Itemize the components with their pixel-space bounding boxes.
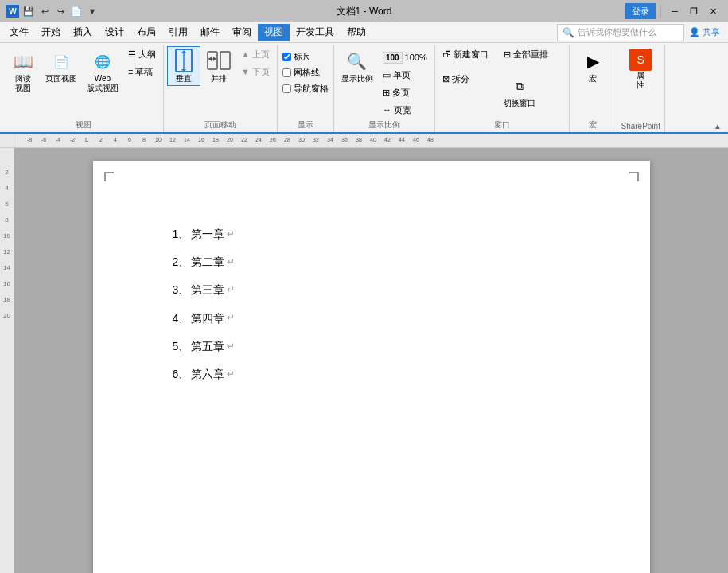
para-mark-5: ↵ [227,338,235,356]
doc-line-3[interactable]: 3、 第三章 ↵ [173,280,570,300]
pagewidth-button[interactable]: ↔ 页宽 [379,102,431,118]
content-area: 2 4 6 8 10 12 14 16 18 20 -8 -6 -4 -2 L … [0,134,728,573]
customize-button[interactable]: ▼ [86,5,99,18]
nextpage-button[interactable]: ▼ 下页 [237,64,274,80]
ribbon: 📖 阅读视图 📄 页面视图 🌐 Web版式视图 ☰ 大纲 [0,43,728,134]
sharepoint-button[interactable]: S 属性 [625,46,656,92]
ruler-num: -8 [22,134,37,147]
restore-button[interactable]: ❐ [685,4,703,18]
svg-marker-8 [208,57,212,61]
nav-check-input[interactable] [282,84,291,93]
ruler-top-marks: -8 -6 -4 -2 L 2 4 6 8 10 12 14 16 18 20 … [16,134,438,147]
undo-button[interactable]: ↩ [38,5,51,18]
para-mark-2: ↵ [227,254,235,271]
vertical-icon [171,49,197,74]
menu-mailings[interactable]: 邮件 [194,24,226,41]
ruler-num: 18 [208,134,223,147]
doc-line-5[interactable]: 5、 第五章 ↵ [173,337,570,357]
ruler-num: 16 [194,134,208,147]
sidebyside-button[interactable]: 并排 [202,46,236,86]
menu-help[interactable]: 帮助 [341,24,372,41]
login-button[interactable]: 登录 [625,3,656,19]
doc-line-4[interactable]: 4、 第四章 ↵ [173,309,570,329]
zoom100-icon: 100 [383,52,403,64]
outline-button[interactable]: ☰ 大纲 [124,46,160,62]
prevpage-button[interactable]: ▲ 上页 [237,46,274,62]
multipage-button[interactable]: ⊞ 多页 [379,84,431,100]
close-button[interactable]: ✕ [704,4,722,18]
ribbon-group-macro: ▶ 宏 宏 [570,45,617,132]
window-group-label: 窗口 [438,119,566,131]
document-page[interactable]: 1、 第一章 ↵ 2、 第二章 ↵ 3、 第三章 ↵ [93,161,650,573]
ruler-num: 12 [165,134,180,147]
macro-button[interactable]: ▶ 宏 [576,46,609,86]
new-doc-button[interactable]: 📄 [70,5,83,18]
title-bar: W 💾 ↩ ↩ 📄 ▼ 文档1 - Word 登录 ─ ❐ ✕ [0,0,728,22]
ruler-checkbox[interactable]: 标尺 [281,49,330,64]
doc-line-6[interactable]: 6、 第六章 ↵ [173,364,570,384]
menu-view[interactable]: 视图 [258,24,290,41]
ruler-num: -4 [51,134,65,147]
menu-design[interactable]: 设计 [99,24,130,41]
ruler-num: 44 [395,134,409,147]
nav-checkbox[interactable]: 导航窗格 [281,81,330,96]
ruler-num: 2 [94,134,108,147]
web-view-button[interactable]: 🌐 Web版式视图 [83,46,123,96]
share-label: 共享 [703,26,720,38]
ruler-num: 48 [423,134,438,147]
onepage-button[interactable]: ▭ 单页 [379,67,431,83]
corner-mark-tl [104,172,114,181]
menu-layout[interactable]: 布局 [130,24,162,41]
menu-file[interactable]: 文件 [3,24,35,41]
read-view-button[interactable]: 📖 阅读视图 [6,46,40,96]
search-box[interactable]: 🔍 告诉我你想要做什么 [557,24,684,41]
ribbon-group-zoom: 🔍 显示比例 100 100% ▭ 单页 ⊞ 多页 [334,45,435,132]
ruler-left-mark: 20 [0,307,14,323]
redo-button[interactable]: ↩ [54,5,67,18]
title-controls: 登录 ─ ❐ ✕ [625,3,722,19]
nav-label: 导航窗格 [294,83,329,95]
zoom100-button[interactable]: 100 100% [379,49,431,65]
share-button[interactable]: 👤 共享 [684,25,725,40]
menu-references[interactable]: 引用 [162,24,194,41]
macro-group-label: 宏 [573,119,613,131]
minimize-button[interactable]: ─ [666,4,683,18]
vertical-button[interactable]: 垂直 [167,46,200,86]
menu-developer[interactable]: 开发工具 [290,24,341,41]
switchwindow-button[interactable]: ⧉ 切换窗口 [500,71,539,111]
macro-icon: ▶ [580,49,605,74]
ruler-check-input[interactable] [282,53,291,61]
menu-insert[interactable]: 插入 [67,24,99,41]
macro-label: 宏 [589,74,597,84]
draft-button[interactable]: ≡ 草稿 [124,64,160,80]
save-button[interactable]: 💾 [22,5,35,18]
vertical-label: 垂直 [176,74,192,84]
doc-line-1[interactable]: 1、 第一章 ↵ [173,224,570,244]
ruler-num: 14 [180,134,194,147]
ruler-num: L [80,134,94,147]
ruler-num: 22 [237,134,251,147]
ruler-num: 32 [309,134,323,147]
ruler-label: 标尺 [294,51,311,63]
pagewidth-label: 页宽 [394,104,411,116]
grid-checkbox[interactable]: 网格线 [281,65,330,80]
grid-check-input[interactable] [282,68,291,77]
zoom-button[interactable]: 🔍 显示比例 [337,46,377,86]
split-button[interactable]: ⊠ 拆分 [438,71,498,87]
read-label: 阅读视图 [15,74,31,93]
doc-line-2[interactable]: 2、 第二章 ↵ [173,252,570,272]
menu-review[interactable]: 审阅 [226,24,258,41]
ruler-left-mark: 18 [0,291,14,307]
ribbon-collapse[interactable]: ▲ [714,122,722,131]
arrange-button[interactable]: ⊟ 全部重排 [500,46,559,62]
page-scroll[interactable]: 1、 第一章 ↵ 2、 第二章 ↵ 3、 第三章 ↵ [14,148,728,573]
ruler-num: -2 [65,134,80,147]
ruler-left-mark: 12 [0,244,14,259]
newwindow-button[interactable]: 🗗 新建窗口 [438,46,498,62]
menu-home[interactable]: 开始 [35,24,67,41]
document-content[interactable]: 1、 第一章 ↵ 2、 第二章 ↵ 3、 第三章 ↵ [173,224,570,384]
sharepoint-group-label: SharePoint [621,122,661,131]
print-view-button[interactable]: 📄 页面视图 [41,46,81,86]
line-text-3: 第三章 [191,280,224,300]
ruler-num: 24 [251,134,266,147]
